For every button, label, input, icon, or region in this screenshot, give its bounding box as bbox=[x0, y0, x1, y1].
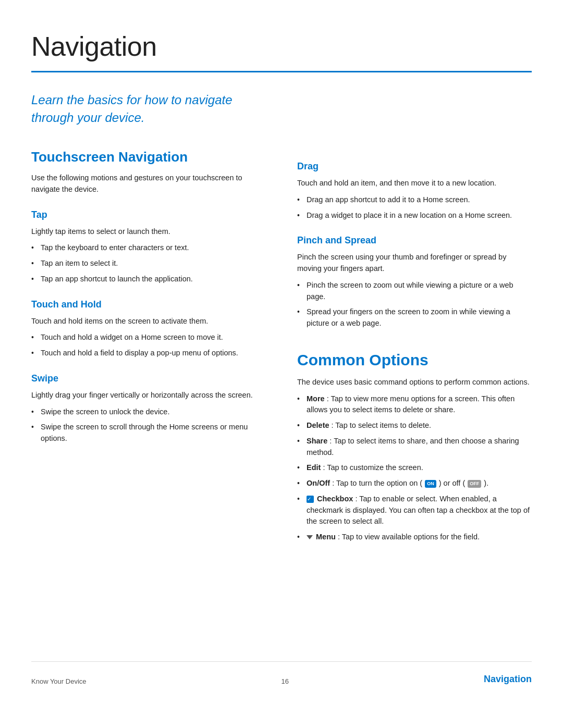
touch-and-hold-bullets: Touch and hold a widget on a Home screen… bbox=[31, 332, 266, 359]
term-delete: Delete bbox=[307, 421, 329, 429]
onoff-text2: ) or off ( bbox=[439, 479, 466, 487]
pinch-spread-desc: Pinch the screen using your thumb and fo… bbox=[297, 252, 532, 275]
list-item: Pinch the screen to zoom out while viewi… bbox=[297, 280, 532, 303]
swipe-title: Swipe bbox=[31, 372, 266, 386]
off-badge: OFF bbox=[468, 480, 481, 488]
footer-right: Navigation bbox=[484, 672, 532, 686]
on-badge: ON bbox=[425, 480, 436, 488]
delete-text: : Tap to select items to delete. bbox=[332, 421, 432, 429]
edit-text: : Tap to customize the screen. bbox=[323, 463, 423, 472]
more-text: : Tap to view more menu options for a sc… bbox=[307, 394, 515, 414]
common-options-desc: The device uses basic command options to… bbox=[297, 377, 532, 388]
term-more: More bbox=[307, 394, 325, 403]
list-item: Touch and hold a widget on a Home screen… bbox=[31, 332, 266, 343]
term-edit: Edit bbox=[307, 463, 321, 472]
common-options-title: Common Options bbox=[297, 348, 532, 372]
term-checkbox: Checkbox bbox=[317, 495, 353, 503]
page-container: Navigation Learn the basics for how to n… bbox=[0, 0, 563, 728]
swipe-bullets: Swipe the screen to unlock the device. S… bbox=[31, 406, 266, 445]
touch-and-hold-desc: Touch and hold items on the screen to ac… bbox=[31, 316, 266, 327]
common-options-bullets: More : Tap to view more menu options for… bbox=[297, 393, 532, 543]
touchscreen-navigation-title: Touchscreen Navigation bbox=[31, 147, 266, 167]
touch-and-hold-title: Touch and Hold bbox=[31, 298, 266, 312]
footer-center: 16 bbox=[282, 676, 289, 687]
list-item: Delete : Tap to select items to delete. bbox=[297, 420, 532, 431]
swipe-desc: Lightly drag your finger vertically or h… bbox=[31, 390, 266, 401]
menu-dropdown-icon bbox=[307, 535, 313, 539]
onoff-text1: : Tap to turn the option on ( bbox=[332, 479, 422, 487]
list-item: Menu : Tap to view available options for… bbox=[297, 532, 532, 543]
list-item: Share : Tap to select items to share, an… bbox=[297, 436, 532, 459]
tap-bullets: Tap the keyboard to enter characters or … bbox=[31, 242, 266, 285]
tap-title: Tap bbox=[31, 208, 266, 222]
page-footer: Know Your Device 16 Navigation bbox=[31, 661, 532, 686]
pinch-spread-bullets: Pinch the screen to zoom out while viewi… bbox=[297, 280, 532, 329]
list-item: On/Off : Tap to turn the option on ( ON … bbox=[297, 478, 532, 489]
list-item: Tap the keyboard to enter characters or … bbox=[31, 242, 266, 254]
content-columns: Touchscreen Navigation Use the following… bbox=[31, 147, 532, 661]
list-item: Checkbox : Tap to enable or select. When… bbox=[297, 493, 532, 527]
left-column: Touchscreen Navigation Use the following… bbox=[31, 147, 266, 661]
list-item: Spread your fingers on the screen to zoo… bbox=[297, 306, 532, 329]
list-item: Drag a widget to place it in a new locat… bbox=[297, 210, 532, 221]
footer-left: Know Your Device bbox=[31, 676, 87, 687]
menu-text: : Tap to view available options for the … bbox=[338, 533, 480, 541]
touchscreen-navigation-desc: Use the following motions and gestures o… bbox=[31, 172, 266, 195]
term-menu: Menu bbox=[316, 533, 336, 541]
list-item: More : Tap to view more menu options for… bbox=[297, 393, 532, 416]
list-item: Edit : Tap to customize the screen. bbox=[297, 462, 532, 474]
term-onoff: On/Off bbox=[307, 479, 330, 487]
right-column: Drag Touch and hold an item, and then mo… bbox=[297, 147, 532, 661]
share-text: : Tap to select items to share, and then… bbox=[307, 437, 519, 456]
drag-bullets: Drag an app shortcut to add it to a Home… bbox=[297, 194, 532, 221]
list-item: Swipe the screen to scroll through the H… bbox=[31, 422, 266, 445]
list-item: Touch and hold a field to display a pop-… bbox=[31, 348, 266, 359]
tap-desc: Lightly tap items to select or launch th… bbox=[31, 226, 266, 238]
pinch-spread-title: Pinch and Spread bbox=[297, 233, 532, 248]
list-item: Tap an app shortcut to launch the applic… bbox=[31, 274, 266, 285]
list-item: Drag an app shortcut to add it to a Home… bbox=[297, 194, 532, 206]
drag-title: Drag bbox=[297, 159, 532, 174]
onoff-text3: ). bbox=[484, 479, 488, 487]
page-title: Navigation bbox=[31, 26, 532, 67]
list-item: Swipe the screen to unlock the device. bbox=[31, 406, 266, 418]
drag-desc: Touch and hold an item, and then move it… bbox=[297, 178, 532, 189]
intro-text: Learn the basics for how to navigate thr… bbox=[31, 91, 250, 126]
title-rule bbox=[31, 71, 532, 72]
checkbox-icon bbox=[307, 496, 314, 503]
list-item: Tap an item to select it. bbox=[31, 258, 266, 269]
term-share: Share bbox=[307, 437, 327, 445]
